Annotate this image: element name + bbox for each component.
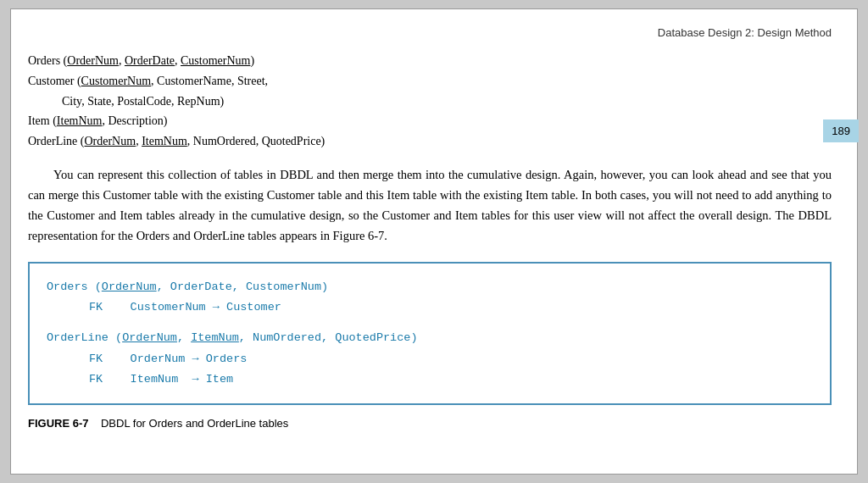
schema-customer-line2: City, State, PostalCode, RepNum) <box>62 92 832 112</box>
page-number: 189 <box>823 119 859 142</box>
orders-orderdate: OrderDate <box>125 54 175 67</box>
orderline-itemnum: ItemNum <box>142 135 187 147</box>
schema-block: Orders (OrderNum, OrderDate, CustomerNum… <box>28 51 832 152</box>
item-itemnum: ItemNum <box>57 114 103 127</box>
dbdl-orderline-fk2: FK ItemNum → Item <box>89 369 813 390</box>
customer-customernum: CustomerNum <box>81 75 151 87</box>
figure-label: FIGURE 6-7 <box>28 417 89 430</box>
body-paragraph: You can represent this collection of tab… <box>28 165 832 247</box>
schema-customer-line1: Customer (CustomerNum, CustomerName, Str… <box>28 71 832 92</box>
schema-item: Item (ItemNum, Description) <box>28 111 832 131</box>
dbdl-orderline-header: OrderLine (OrderNum, ItemNum, NumOrdered… <box>47 328 813 348</box>
header-title: Database Design 2: Design Method <box>658 26 832 39</box>
orders-customernum: CustomerNum <box>181 54 250 67</box>
page-container: Database Design 2: Design Method Orders … <box>10 8 858 475</box>
dbdl-orderline-fk1: FK OrderNum → Orders <box>89 349 813 369</box>
page-header: Database Design 2: Design Method <box>28 26 832 39</box>
figure-caption: FIGURE 6-7 DBDL for Orders and OrderLine… <box>28 417 832 430</box>
orders-ordernum: OrderNum <box>67 54 119 67</box>
schema-orderline: OrderLine (OrderNum, ItemNum, NumOrdered… <box>28 131 832 152</box>
dbdl-box: Orders (OrderNum, OrderDate, CustomerNum… <box>28 262 832 405</box>
schema-orders: Orders (OrderNum, OrderDate, CustomerNum… <box>28 51 832 71</box>
dbdl-orders-header: Orders (OrderNum, OrderDate, CustomerNum… <box>47 277 813 297</box>
orderline-ordernum: OrderNum <box>84 135 136 147</box>
dbdl-orders-fk: FK CustomerNum → Customer <box>89 297 813 318</box>
dbdl-gap1 <box>47 318 813 328</box>
figure-text: DBDL for Orders and OrderLine tables <box>101 417 288 430</box>
